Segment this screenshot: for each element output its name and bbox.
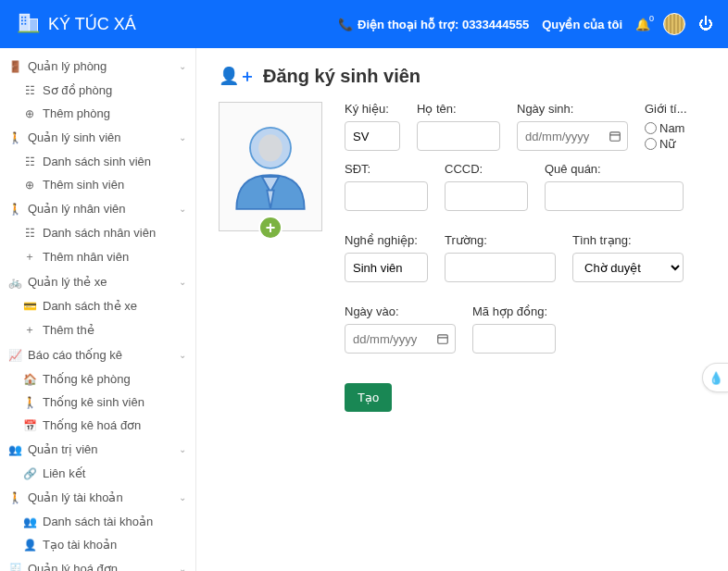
user-avatar[interactable]: [663, 13, 685, 35]
menu-group-icon: 🧾: [7, 563, 22, 572]
svg-rect-1: [30, 19, 38, 31]
support-phone[interactable]: 📞 Điện thoại hỗ trợ: 0333444555: [338, 18, 529, 31]
sidebar-item[interactable]: ☷Danh sách nhân viên: [0, 221, 195, 244]
sidebar-item[interactable]: 💳Danh sách thẻ xe: [0, 294, 195, 317]
radio-nu[interactable]: [645, 138, 657, 150]
label-sdt: SĐT:: [345, 162, 428, 176]
chevron-down-icon: ⌄: [179, 61, 186, 71]
svg-rect-4: [21, 19, 23, 21]
menu-group-label: Báo cáo thống kê: [28, 348, 122, 362]
menu-item-label: Sơ đồ phòng: [43, 83, 112, 97]
label-ngayvao: Ngày vào:: [345, 304, 456, 318]
float-action-button[interactable]: 💧: [702, 363, 728, 392]
sidebar-group-header[interactable]: 🚶Quản lý sinh viên⌄: [0, 125, 195, 150]
radio-nu-wrap[interactable]: Nữ: [645, 137, 687, 151]
sidebar-item[interactable]: 🔗Liên kết: [0, 462, 195, 485]
menu-group-icon: 🚶: [7, 203, 22, 216]
menu-item-icon: 👥: [22, 515, 37, 528]
chevron-down-icon: ⌄: [179, 564, 186, 571]
droplet-icon: 💧: [709, 371, 723, 385]
input-truong[interactable]: [445, 253, 556, 282]
sidebar-group-header[interactable]: 👥Quản trị viên⌄: [0, 437, 195, 462]
svg-rect-6: [21, 22, 23, 24]
sidebar-group-header[interactable]: 🧾Quản lý hoá đơn⌄: [0, 556, 195, 571]
photo-upload-box[interactable]: +: [219, 102, 322, 231]
svg-rect-3: [25, 16, 27, 18]
input-quequan[interactable]: [545, 181, 684, 211]
sidebar-item[interactable]: 🚶Thống kê sinh viên: [0, 391, 195, 414]
sidebar-group-header[interactable]: 🚶Quản lý tài khoản⌄: [0, 485, 195, 510]
sidebar-item[interactable]: ⊕Thêm sinh viên: [0, 173, 195, 196]
label-hoten: Họ tên:: [417, 102, 500, 116]
submit-button[interactable]: Tạo: [345, 383, 392, 412]
sidebar-item[interactable]: 👤Tạo tài khoản: [0, 533, 195, 556]
menu-item-icon: 📅: [22, 419, 37, 432]
radio-nu-label: Nữ: [659, 137, 675, 151]
input-ngaysinh[interactable]: [517, 121, 628, 151]
menu-group-icon: 📈: [7, 349, 22, 362]
sidebar-group-header[interactable]: 📈Báo cáo thống kê⌄: [0, 342, 195, 367]
sidebar-item[interactable]: 👥Danh sách tài khoản: [0, 510, 195, 533]
notifications-button[interactable]: 🔔 0: [635, 18, 650, 31]
menu-group-icon: 🚶: [7, 131, 22, 144]
menu-item-icon: 🏠: [22, 373, 37, 386]
sidebar-item[interactable]: 🏠Thống kê phòng: [0, 367, 195, 391]
menu-item-icon: ⊕: [22, 107, 37, 120]
rights-link[interactable]: Quyền của tôi: [542, 18, 622, 31]
menu-group-label: Quản lý sinh viên: [28, 130, 121, 144]
menu-item-label: Danh sách sinh viên: [43, 155, 151, 168]
support-phone-text: Điện thoại hỗ trợ: 0333444555: [358, 18, 529, 31]
sidebar-group-header[interactable]: 🚶Quản lý nhân viên⌄: [0, 196, 195, 221]
menu-item-label: Danh sách thẻ xe: [43, 299, 137, 313]
menu-item-label: Thống kê sinh viên: [43, 395, 144, 409]
main-content: 👤＋ Đăng ký sinh viên + Ký hiệu:: [196, 48, 728, 571]
input-ngayvao[interactable]: [345, 324, 456, 354]
input-mahopdong[interactable]: [472, 324, 556, 354]
add-photo-button[interactable]: +: [258, 216, 282, 240]
phone-icon: 📞: [338, 18, 353, 31]
menu-item-label: Liên kết: [43, 466, 85, 480]
sidebar-item[interactable]: ⊕Thêm phòng: [0, 102, 195, 125]
sidebar-item[interactable]: 📅Thống kê hoá đơn: [0, 414, 195, 437]
menu-item-icon: ☷: [22, 155, 37, 168]
bell-icon: 🔔: [635, 18, 650, 31]
sidebar-group-header[interactable]: 🚲Quản lý thẻ xe⌄: [0, 269, 195, 294]
menu-item-label: Thêm thẻ: [43, 323, 94, 337]
brand[interactable]: KÝ TÚC XÁ: [15, 9, 136, 40]
input-kyhieu[interactable]: [345, 121, 400, 151]
chevron-down-icon: ⌄: [179, 132, 186, 143]
chevron-down-icon: ⌄: [179, 350, 186, 360]
input-hoten[interactable]: [417, 121, 500, 151]
chevron-down-icon: ⌄: [179, 277, 186, 287]
label-gioitinh: Giới tí...: [645, 102, 687, 116]
menu-item-icon: 👤: [22, 539, 37, 552]
chevron-down-icon: ⌄: [179, 492, 186, 503]
menu-item-icon: ☷: [22, 227, 37, 240]
input-nghenghiep[interactable]: [345, 253, 428, 282]
sidebar-item[interactable]: ＋Thêm thẻ: [0, 317, 195, 342]
power-icon[interactable]: ⏻: [698, 16, 713, 32]
select-tinhtrang[interactable]: Chờ duyệt: [572, 253, 684, 282]
menu-item-icon: 💳: [22, 300, 37, 313]
input-sdt[interactable]: [345, 181, 428, 211]
menu-item-label: Thêm sinh viên: [43, 178, 124, 192]
menu-item-icon: ☷: [22, 84, 37, 97]
form-fields: Ký hiệu: Họ tên: Ngày sinh: Giới tí... N…: [345, 102, 706, 412]
menu-group-icon: 🚶: [7, 491, 22, 504]
menu-item-label: Thống kê phòng: [43, 372, 131, 386]
page-title: 👤＋ Đăng ký sinh viên: [219, 65, 706, 87]
sidebar-group-header[interactable]: 🚪Quản lý phòng⌄: [0, 54, 195, 79]
sidebar-item[interactable]: ☷Sơ đồ phòng: [0, 79, 195, 102]
menu-group-icon: 👥: [7, 443, 22, 456]
radio-nam[interactable]: [645, 122, 657, 134]
input-cccd[interactable]: [445, 181, 528, 211]
chevron-down-icon: ⌄: [179, 444, 186, 454]
menu-item-label: Thêm phòng: [43, 106, 110, 120]
svg-rect-2: [21, 16, 23, 18]
menu-item-icon: 🔗: [22, 467, 37, 480]
sidebar-item[interactable]: ＋Thêm nhân viên: [0, 244, 195, 269]
radio-nam-wrap[interactable]: Nam: [645, 121, 687, 135]
menu-group-icon: 🚲: [7, 276, 22, 289]
building-icon: [15, 9, 41, 40]
sidebar-item[interactable]: ☷Danh sách sinh viên: [0, 150, 195, 173]
